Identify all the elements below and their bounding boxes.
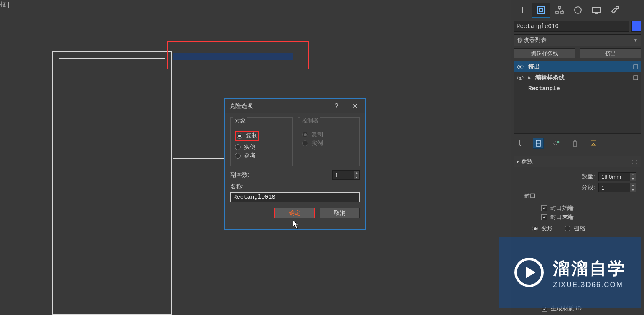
object-group: 对象 复制 实例 参考 <box>230 117 293 166</box>
cap-start-checkbox[interactable] <box>541 205 547 211</box>
watermark-brand: 溜溜自学 <box>553 257 626 280</box>
svg-rect-7 <box>561 11 563 13</box>
svg-marker-0 <box>293 220 298 229</box>
svg-point-12 <box>575 7 581 13</box>
cap-morph-radio[interactable] <box>532 226 538 231</box>
modify-tab-icon[interactable] <box>532 3 550 18</box>
ctl-radio-copy <box>302 132 308 137</box>
pin-icon[interactable] <box>514 138 525 149</box>
cap-grid-label: 栅格 <box>574 225 585 232</box>
cancel-button[interactable]: 取消 <box>320 208 360 218</box>
help-icon[interactable]: ? <box>328 99 345 113</box>
stack-item-extrude[interactable]: 挤出 <box>514 61 641 72</box>
object-color-swatch[interactable] <box>631 21 641 32</box>
cap-end-row[interactable]: 封口末端 <box>541 213 631 221</box>
eye-icon[interactable] <box>517 63 524 71</box>
object-name-input[interactable] <box>514 21 629 32</box>
svg-point-25 <box>557 141 560 143</box>
extrude-button[interactable]: 挤出 <box>580 48 641 58</box>
cap-grid-radio[interactable] <box>565 226 570 231</box>
radio-reference-row[interactable]: 参考 <box>235 152 288 160</box>
parameters-rollout: ▾ 参数 ⋮⋮ 数量: 18.0mm ▲▼ 分段: 1 ▲▼ 封口 <box>514 156 641 244</box>
ctl-instance-label: 实例 <box>311 140 323 147</box>
svg-marker-31 <box>526 267 535 278</box>
spinner-down-icon[interactable]: ▼ <box>630 188 636 192</box>
stack-knob-icon[interactable] <box>633 75 639 81</box>
modifier-list-dropdown[interactable]: 修改器列表 ▼ <box>514 34 641 46</box>
extrude-label: 挤出 <box>605 50 616 57</box>
svg-rect-3 <box>538 7 545 13</box>
radio-copy[interactable] <box>237 133 242 139</box>
cap-end-label: 封口末端 <box>550 213 574 221</box>
utilities-tab-icon[interactable] <box>606 3 624 18</box>
spinner-up-icon[interactable]: ▲ <box>630 183 636 188</box>
dialog-titlebar[interactable]: 克隆选项 ? ✕ <box>225 99 365 113</box>
amount-spinner[interactable]: 18.0mm ▲▼ <box>598 172 636 181</box>
svg-point-20 <box>519 77 521 79</box>
spinner-down-icon[interactable]: ▼ <box>354 175 359 180</box>
radio-instance-label: 实例 <box>244 143 256 151</box>
segments-spinner[interactable]: 1 ▲▼ <box>598 183 636 192</box>
modifier-list-label: 修改器列表 <box>517 36 547 44</box>
cap-grid-row[interactable]: 栅格 <box>565 225 585 232</box>
delete-modifier-icon[interactable] <box>570 138 580 149</box>
play-logo-icon <box>513 256 545 290</box>
spinner-up-icon[interactable]: ▲ <box>630 173 636 177</box>
ok-button-label: 确定 <box>289 209 300 217</box>
stack-item-editspline[interactable]: ▸ 编辑样条线 <box>514 72 641 83</box>
display-tab-icon[interactable] <box>587 3 606 18</box>
edit-spline-button[interactable]: 编辑样条线 <box>514 48 575 58</box>
svg-rect-18 <box>634 65 638 69</box>
close-icon[interactable]: ✕ <box>346 99 363 113</box>
chevron-down-icon: ▾ <box>517 160 519 164</box>
spinner-up-icon[interactable]: ▲ <box>354 171 359 175</box>
chevron-down-icon: ▼ <box>634 38 638 43</box>
show-end-result-icon[interactable] <box>533 138 544 149</box>
spinner-down-icon[interactable]: ▼ <box>630 177 636 181</box>
watermark: 溜溜自学 ZIXUE.3D66.COM <box>499 237 641 308</box>
stack-knob-icon[interactable] <box>633 64 639 70</box>
panel-tabstrip <box>513 2 642 18</box>
hierarchy-tab-icon[interactable] <box>550 3 569 18</box>
svg-rect-5 <box>558 6 561 8</box>
cap-start-row[interactable]: 封口始端 <box>541 204 631 212</box>
copies-label: 副本数: <box>230 171 249 179</box>
radio-reference[interactable] <box>235 153 241 159</box>
make-unique-icon[interactable] <box>551 138 562 149</box>
controller-group: 控制器 复制 实例 <box>298 117 360 166</box>
cap-morph-label: 变形 <box>541 225 553 232</box>
clone-name-input[interactable] <box>230 192 360 202</box>
ctl-copy-row: 复制 <box>302 131 355 138</box>
controller-legend: 控制器 <box>300 117 320 124</box>
ctl-copy-label: 复制 <box>311 131 323 138</box>
watermark-url: ZIXUE.3D66.COM <box>553 281 626 289</box>
create-tab-icon[interactable] <box>514 3 532 18</box>
cap-group: 封口 封口始端 封口末端 变形 栅格 <box>519 196 636 238</box>
cap-legend: 封口 <box>523 192 537 200</box>
rollout-header[interactable]: ▾ 参数 ⋮⋮ <box>514 156 641 167</box>
modifier-stack[interactable]: 挤出 ▸ 编辑样条线 Rectangle <box>514 61 641 134</box>
cap-end-checkbox[interactable] <box>541 214 547 220</box>
cap-morph-row[interactable]: 变形 <box>532 225 553 232</box>
stack-extrude-label: 挤出 <box>528 63 629 71</box>
svg-rect-6 <box>556 11 558 13</box>
svg-point-24 <box>554 142 557 145</box>
amount-label: 数量: <box>575 173 595 180</box>
radio-instance[interactable] <box>235 144 241 150</box>
eye-icon[interactable] <box>517 74 524 81</box>
motion-tab-icon[interactable] <box>569 3 587 18</box>
radio-instance-row[interactable]: 实例 <box>235 143 288 151</box>
amount-value: 18.0mm <box>601 174 621 180</box>
wire-rect-pink <box>60 196 164 315</box>
radio-copy-highlight[interactable]: 复制 <box>235 131 259 141</box>
ctl-radio-instance <box>302 140 308 146</box>
ok-button[interactable]: 确定 <box>275 208 315 218</box>
copies-spinner[interactable]: 1 ▲▼ <box>332 170 360 180</box>
rollout-grip-icon[interactable]: ⋮⋮ <box>630 160 639 164</box>
svg-point-17 <box>519 66 521 68</box>
radio-reference-label: 参考 <box>244 152 256 160</box>
configure-sets-icon[interactable] <box>588 138 599 149</box>
svg-rect-21 <box>634 76 638 80</box>
stack-toolbar <box>513 135 642 153</box>
stack-item-rectangle[interactable]: Rectangle <box>514 83 641 94</box>
